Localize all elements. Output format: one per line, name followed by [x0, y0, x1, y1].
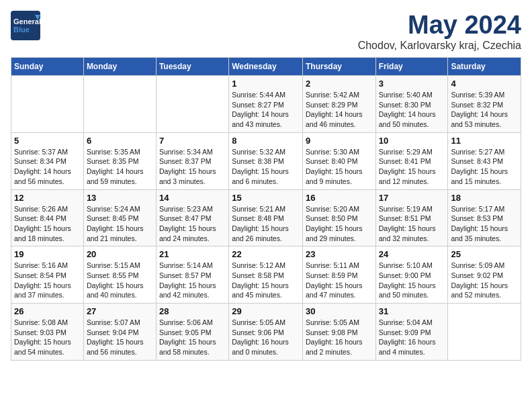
title-block: May 2024 Chodov, Karlovarsky kraj, Czech… [358, 11, 521, 52]
week-row-5: 26Sunrise: 5:08 AM Sunset: 9:03 PM Dayli… [11, 304, 521, 361]
page-header: General Blue May 2024 Chodov, Karlovarsk… [11, 11, 521, 52]
calendar-cell: 14Sunrise: 5:23 AM Sunset: 8:47 PM Dayli… [156, 189, 228, 246]
logo-icon: General Blue [11, 11, 40, 40]
day-info: Sunrise: 5:05 AM Sunset: 9:08 PM Dayligh… [306, 318, 373, 357]
week-row-1: 1Sunrise: 5:44 AM Sunset: 8:27 PM Daylig… [11, 76, 521, 133]
day-info: Sunrise: 5:11 AM Sunset: 8:59 PM Dayligh… [306, 261, 373, 300]
day-number: 29 [232, 306, 300, 316]
day-info: Sunrise: 5:08 AM Sunset: 9:03 PM Dayligh… [14, 318, 81, 357]
day-number: 9 [306, 136, 373, 146]
calendar-cell: 8Sunrise: 5:32 AM Sunset: 8:38 PM Daylig… [229, 132, 303, 189]
day-info: Sunrise: 5:15 AM Sunset: 8:55 PM Dayligh… [87, 261, 153, 300]
calendar-cell: 5Sunrise: 5:37 AM Sunset: 8:34 PM Daylig… [11, 132, 84, 189]
day-info: Sunrise: 5:44 AM Sunset: 8:27 PM Dayligh… [232, 90, 300, 130]
calendar-cell: 4Sunrise: 5:39 AM Sunset: 8:32 PM Daylig… [448, 76, 521, 133]
day-number: 18 [451, 193, 518, 203]
day-info: Sunrise: 5:34 AM Sunset: 8:37 PM Dayligh… [159, 147, 226, 187]
day-info: Sunrise: 5:04 AM Sunset: 9:09 PM Dayligh… [379, 318, 445, 357]
calendar-cell: 24Sunrise: 5:10 AM Sunset: 9:00 PM Dayli… [375, 246, 448, 304]
day-number: 31 [379, 306, 445, 316]
calendar-cell: 19Sunrise: 5:16 AM Sunset: 8:54 PM Dayli… [11, 246, 84, 304]
column-header-wednesday: Wednesday [229, 58, 303, 76]
day-info: Sunrise: 5:16 AM Sunset: 8:54 PM Dayligh… [14, 261, 81, 300]
day-info: Sunrise: 5:23 AM Sunset: 8:47 PM Dayligh… [159, 204, 226, 244]
calendar-cell: 31Sunrise: 5:04 AM Sunset: 9:09 PM Dayli… [375, 304, 448, 361]
day-number: 25 [451, 249, 518, 259]
calendar-cell [83, 76, 156, 133]
calendar-cell: 29Sunrise: 5:05 AM Sunset: 9:06 PM Dayli… [229, 304, 303, 361]
calendar-cell [156, 76, 228, 133]
day-number: 7 [159, 136, 226, 146]
calendar-cell: 20Sunrise: 5:15 AM Sunset: 8:55 PM Dayli… [83, 246, 156, 304]
day-info: Sunrise: 5:05 AM Sunset: 9:06 PM Dayligh… [232, 318, 300, 357]
week-row-4: 19Sunrise: 5:16 AM Sunset: 8:54 PM Dayli… [11, 246, 521, 304]
calendar-cell: 7Sunrise: 5:34 AM Sunset: 8:37 PM Daylig… [156, 132, 228, 189]
calendar-cell: 21Sunrise: 5:14 AM Sunset: 8:57 PM Dayli… [156, 246, 228, 304]
day-number: 5 [14, 136, 81, 146]
day-info: Sunrise: 5:37 AM Sunset: 8:34 PM Dayligh… [14, 147, 81, 187]
day-number: 11 [451, 136, 518, 146]
day-number: 16 [306, 193, 373, 203]
day-info: Sunrise: 5:42 AM Sunset: 8:29 PM Dayligh… [306, 90, 373, 130]
calendar-cell: 23Sunrise: 5:11 AM Sunset: 8:59 PM Dayli… [302, 246, 375, 304]
day-number: 14 [159, 193, 226, 203]
calendar-cell: 16Sunrise: 5:20 AM Sunset: 8:50 PM Dayli… [302, 189, 375, 246]
day-info: Sunrise: 5:35 AM Sunset: 8:35 PM Dayligh… [87, 147, 153, 187]
day-info: Sunrise: 5:32 AM Sunset: 8:38 PM Dayligh… [232, 147, 300, 187]
day-number: 30 [306, 306, 373, 316]
calendar-cell: 12Sunrise: 5:26 AM Sunset: 8:44 PM Dayli… [11, 189, 84, 246]
calendar-header: SundayMondayTuesdayWednesdayThursdayFrid… [11, 58, 521, 76]
column-header-friday: Friday [375, 58, 448, 76]
week-row-3: 12Sunrise: 5:26 AM Sunset: 8:44 PM Dayli… [11, 189, 521, 246]
calendar-cell: 25Sunrise: 5:09 AM Sunset: 9:02 PM Dayli… [448, 246, 521, 304]
header-row: SundayMondayTuesdayWednesdayThursdayFrid… [11, 58, 521, 76]
day-number: 15 [232, 193, 300, 203]
month-title: May 2024 [358, 11, 521, 40]
day-number: 21 [159, 249, 226, 259]
day-number: 17 [379, 193, 445, 203]
day-number: 12 [14, 193, 81, 203]
logo: General Blue [11, 11, 40, 40]
calendar-cell: 6Sunrise: 5:35 AM Sunset: 8:35 PM Daylig… [83, 132, 156, 189]
day-info: Sunrise: 5:19 AM Sunset: 8:51 PM Dayligh… [379, 204, 445, 244]
calendar-cell: 2Sunrise: 5:42 AM Sunset: 8:29 PM Daylig… [302, 76, 375, 133]
day-number: 22 [232, 249, 300, 259]
day-info: Sunrise: 5:07 AM Sunset: 9:04 PM Dayligh… [87, 318, 153, 357]
location-subtitle: Chodov, Karlovarsky kraj, Czechia [358, 40, 521, 52]
column-header-monday: Monday [83, 58, 156, 76]
day-info: Sunrise: 5:06 AM Sunset: 9:05 PM Dayligh… [159, 318, 226, 357]
calendar-cell [11, 76, 84, 133]
day-info: Sunrise: 5:12 AM Sunset: 8:58 PM Dayligh… [232, 261, 300, 300]
column-header-thursday: Thursday [302, 58, 375, 76]
svg-text:Blue: Blue [13, 26, 30, 34]
day-info: Sunrise: 5:26 AM Sunset: 8:44 PM Dayligh… [14, 204, 81, 244]
calendar-cell [448, 304, 521, 361]
day-info: Sunrise: 5:17 AM Sunset: 8:53 PM Dayligh… [451, 204, 518, 244]
calendar-cell: 9Sunrise: 5:30 AM Sunset: 8:40 PM Daylig… [302, 132, 375, 189]
calendar-cell: 18Sunrise: 5:17 AM Sunset: 8:53 PM Dayli… [448, 189, 521, 246]
calendar-cell: 22Sunrise: 5:12 AM Sunset: 8:58 PM Dayli… [229, 246, 303, 304]
day-info: Sunrise: 5:10 AM Sunset: 9:00 PM Dayligh… [379, 261, 445, 300]
day-info: Sunrise: 5:29 AM Sunset: 8:41 PM Dayligh… [379, 147, 445, 187]
day-number: 28 [159, 306, 226, 316]
calendar-cell: 26Sunrise: 5:08 AM Sunset: 9:03 PM Dayli… [11, 304, 84, 361]
calendar-table: SundayMondayTuesdayWednesdayThursdayFrid… [11, 57, 521, 361]
day-info: Sunrise: 5:24 AM Sunset: 8:45 PM Dayligh… [87, 204, 153, 244]
column-header-tuesday: Tuesday [156, 58, 228, 76]
day-number: 27 [87, 306, 153, 316]
day-info: Sunrise: 5:30 AM Sunset: 8:40 PM Dayligh… [306, 147, 373, 187]
calendar-body: 1Sunrise: 5:44 AM Sunset: 8:27 PM Daylig… [11, 76, 521, 361]
column-header-saturday: Saturday [448, 58, 521, 76]
day-number: 8 [232, 136, 300, 146]
column-header-sunday: Sunday [11, 58, 84, 76]
day-info: Sunrise: 5:14 AM Sunset: 8:57 PM Dayligh… [159, 261, 226, 300]
day-number: 2 [306, 79, 373, 89]
day-info: Sunrise: 5:21 AM Sunset: 8:48 PM Dayligh… [232, 204, 300, 244]
day-number: 23 [306, 249, 373, 259]
day-number: 10 [379, 136, 445, 146]
calendar-cell: 11Sunrise: 5:27 AM Sunset: 8:43 PM Dayli… [448, 132, 521, 189]
day-number: 24 [379, 249, 445, 259]
svg-text:General: General [13, 17, 40, 26]
calendar-cell: 17Sunrise: 5:19 AM Sunset: 8:51 PM Dayli… [375, 189, 448, 246]
day-number: 26 [14, 306, 81, 316]
